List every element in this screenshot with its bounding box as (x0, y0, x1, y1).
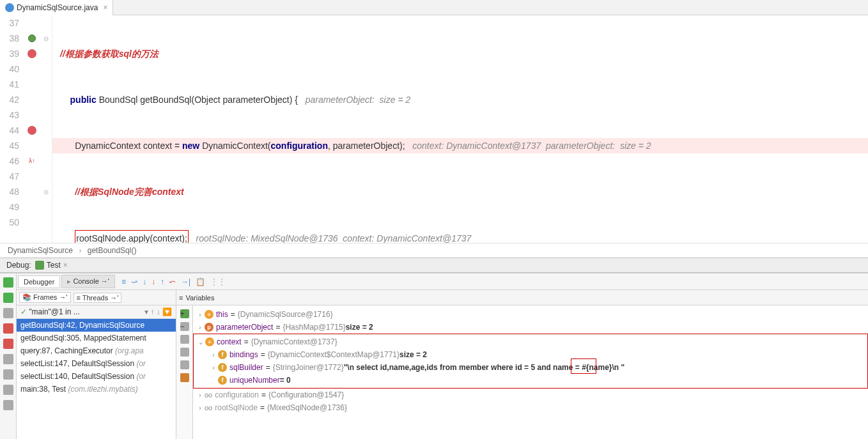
frames-panel: 📚 Frames →' ≡ Threads →' ✓ "main"@1 in .… (17, 290, 176, 439)
stack-frame[interactable]: selectList:147, DefaultSqlSession (or (17, 357, 176, 370)
settings-button[interactable] (3, 385, 13, 395)
down-icon[interactable] (180, 348, 189, 357)
debug-panel: Debugger ▸ Console →' ≡ ⤻ ↓ ↓ ↑ ⤺ →| 📋 ⋮… (0, 273, 868, 439)
step-over-icon[interactable]: ⤻ (131, 277, 137, 286)
variables-toolbar: + − (176, 305, 193, 439)
breadcrumb: DynamicSqlSource › getBoundSql() (0, 243, 868, 258)
threads-tab[interactable]: ≡ Threads →' (74, 293, 122, 303)
debug-toolwindow-header: Debug: Test × (0, 258, 868, 273)
fold-gutter: ⊖⊖ (40, 15, 52, 243)
marker-gutter: λ↑ (24, 15, 40, 243)
breakpoints-button[interactable] (3, 339, 13, 349)
rerun-button[interactable] (3, 277, 13, 288)
copy-icon[interactable] (180, 360, 189, 369)
variable-row[interactable]: ⌄≡context={DynamicContext@1737} (194, 335, 867, 348)
close-icon[interactable]: × (103, 3, 107, 12)
line-gutter: 37 38 39 40 41 42 43 44 45 46 47 48 49 5… (0, 15, 24, 243)
force-step-into-icon[interactable]: ↓ (151, 277, 155, 286)
code-comment: //根据参数获取sql的万法 (60, 49, 159, 59)
stack-frame[interactable]: query:87, CachingExecutor (org.apa (17, 344, 176, 357)
show-execution-icon[interactable]: ≡ (121, 277, 126, 286)
up-icon[interactable] (180, 335, 189, 344)
close-icon[interactable]: × (63, 261, 68, 270)
variable-row[interactable]: ›≡this={DynamicSqlSource@1716} (193, 308, 868, 321)
lambda-marker-icon: λ↑ (24, 153, 40, 169)
debug-label: Debug: (3, 261, 35, 270)
thread-selector[interactable]: ✓ "main"@1 in ... ▾ ↑ ↓ 🔽 (17, 305, 176, 319)
variable-row[interactable]: ›fbindings={DynamicContext$ContextMap@17… (194, 348, 867, 361)
fold-icon[interactable]: ⊖ (40, 184, 52, 199)
editor-tabs: DynamicSqlSource.java × (0, 0, 868, 15)
variables-header: Variables (185, 294, 214, 302)
callout-box (571, 358, 596, 374)
tab-debugger[interactable]: Debugger (18, 275, 60, 288)
remove-watch-icon[interactable]: − (180, 322, 189, 331)
breadcrumb-method[interactable]: getBoundSql() (88, 246, 137, 255)
stop-button[interactable] (3, 323, 13, 334)
file-tab-label: DynamicSqlSource.java (17, 3, 98, 12)
run-to-cursor-icon[interactable]: →| (181, 277, 190, 286)
step-into-icon[interactable]: ↓ (143, 277, 146, 286)
tab-console[interactable]: ▸ Console →' (61, 275, 115, 288)
stack-frame[interactable]: selectList:140, DefaultSqlSession (or (17, 370, 176, 383)
variable-row[interactable]: funiqueNumber = 0 (194, 374, 867, 387)
stack-frame[interactable]: getBoundSql:305, MappedStatement (17, 332, 176, 344)
variable-row[interactable]: ›oorootSqlNode={MixedSqlNode@1736} (193, 401, 868, 414)
variable-row[interactable]: ›pparameterObject={HashMap@1715} size = … (193, 321, 868, 334)
variables-tree[interactable]: ›≡this={DynamicSqlSource@1716} ›pparamet… (193, 305, 868, 439)
step-out-icon[interactable]: ↑ (160, 277, 164, 286)
file-tab[interactable]: DynamicSqlSource.java × (0, 0, 113, 15)
code-editor[interactable]: 37 38 39 40 41 42 43 44 45 46 47 48 49 5… (0, 15, 868, 243)
evaluate-icon[interactable]: 📋 (196, 277, 205, 286)
debug-side-toolbar (0, 273, 17, 439)
highlighted-call: rootSqlNode.apply(context); (75, 230, 189, 243)
frames-tab[interactable]: 📚 Frames →' (19, 292, 71, 303)
variable-row[interactable]: ›fsqlBuilder={StringJoiner@1772} "\n sel… (194, 361, 867, 374)
add-watch-icon[interactable]: + (180, 309, 189, 318)
drop-frame-icon[interactable]: ⤺ (169, 277, 176, 286)
more-icon[interactable]: ⋮⋮ (210, 277, 226, 286)
variable-row[interactable]: ›ooconfiguration={Configuration@1547} (193, 389, 868, 401)
variables-panel: ≡ Variables + − ›≡this={DynamicSqlSource… (176, 290, 868, 439)
step-toolbar: ≡ ⤻ ↓ ↓ ↑ ⤺ →| 📋 ⋮⋮ (121, 277, 226, 286)
stack-frame[interactable]: getBoundSql:42, DynamicSqlSource (17, 319, 176, 332)
breakpoint-icon[interactable] (27, 49, 36, 58)
resume-button[interactable] (3, 293, 13, 303)
code-area[interactable]: //根据参数获取sql的万法 public BoundSql getBoundS… (52, 15, 868, 243)
pause-button[interactable] (3, 308, 13, 318)
breadcrumb-class[interactable]: DynamicSqlSource (8, 246, 73, 255)
bug-icon (35, 261, 44, 270)
debug-config-tab[interactable]: Test (47, 261, 61, 270)
java-class-icon (5, 3, 14, 12)
pin-button[interactable] (3, 400, 13, 410)
mute-button[interactable] (3, 354, 13, 364)
fold-icon[interactable]: ⊖ (40, 31, 52, 46)
stack-frame[interactable]: main:38, Test (com.itlezhi.mybatis) (17, 383, 176, 396)
camera-button[interactable] (3, 369, 13, 380)
debug-tabs: Debugger ▸ Console →' ≡ ⤻ ↓ ↓ ↑ ⤺ →| 📋 ⋮… (17, 273, 868, 290)
run-marker-icon[interactable] (28, 35, 36, 42)
breakpoint-icon[interactable] (27, 126, 36, 135)
glasses-icon[interactable] (180, 373, 189, 382)
